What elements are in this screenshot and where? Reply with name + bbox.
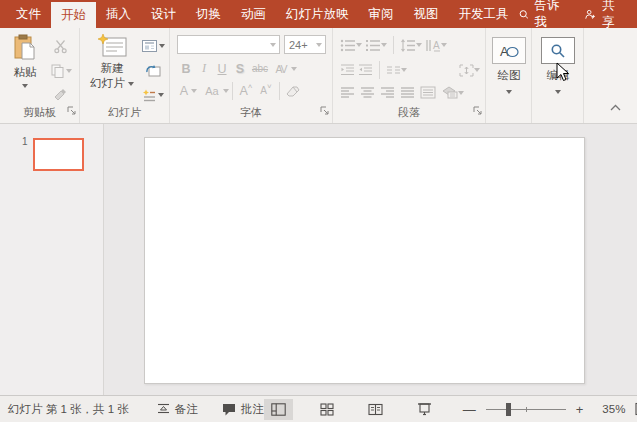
status-bar: 幻灯片 第 1 张，共 1 张 备注 批注 — [0, 395, 637, 422]
new-slide-dropdown-arrow — [128, 82, 134, 86]
tab-transitions[interactable]: 切换 — [186, 0, 231, 28]
layout-dropdown-arrow — [159, 44, 165, 48]
drawing-button[interactable]: A — [492, 37, 526, 64]
font-size-dropdown-arrow — [316, 43, 322, 47]
tab-slideshow[interactable]: 幻灯片放映 — [276, 0, 359, 28]
align-text-button[interactable] — [459, 64, 480, 77]
tell-me-label: 告诉我 — [534, 0, 563, 31]
decrease-indent-button[interactable] — [340, 64, 355, 76]
decrease-font-size-button[interactable]: A˅ — [256, 81, 276, 100]
copy-dropdown-arrow — [66, 69, 72, 73]
align-text-icon — [459, 64, 474, 77]
editing-button[interactable] — [541, 37, 575, 64]
group-font: 24+ B I U S abc AV A Aa A˄ A˅ — [170, 28, 333, 123]
change-case-button[interactable]: Aa — [201, 81, 223, 100]
columns-button[interactable] — [386, 64, 407, 76]
slide-editing-area[interactable] — [144, 137, 585, 384]
editing-canvas — [105, 124, 637, 395]
slide-number: 1 — [22, 136, 28, 147]
layout-icon — [142, 40, 157, 52]
slide-counter[interactable]: 幻灯片 第 1 张，共 1 张 — [8, 402, 129, 417]
normal-view-button[interactable] — [264, 399, 293, 420]
paste-clipboard-icon — [12, 34, 38, 62]
share-button[interactable]: 共享 — [585, 0, 621, 31]
zoom-slider[interactable] — [486, 403, 566, 416]
normal-view-icon — [271, 403, 286, 416]
italic-button[interactable]: I — [195, 59, 213, 78]
comments-toggle-button[interactable]: 批注 — [222, 402, 264, 417]
bold-button[interactable]: B — [177, 59, 195, 78]
zoom-out-button[interactable]: — — [459, 402, 480, 417]
section-button[interactable] — [138, 85, 168, 105]
zoom-in-button[interactable]: + — [572, 402, 588, 417]
font-dialog-launcher[interactable] — [320, 101, 329, 119]
text-direction-button[interactable]: A — [425, 39, 447, 52]
text-shadow-button[interactable]: S — [231, 59, 249, 78]
font-size-value: 24+ — [285, 39, 308, 51]
comments-label: 批注 — [241, 402, 264, 417]
numbering-icon — [365, 39, 381, 52]
share-person-icon — [585, 8, 596, 21]
paragraph-dialog-launcher[interactable] — [473, 101, 482, 119]
align-right-button[interactable] — [380, 87, 395, 99]
slide-thumbnail[interactable] — [33, 138, 84, 171]
tab-animations[interactable]: 动画 — [231, 0, 276, 28]
line-spacing-icon — [400, 39, 416, 52]
reset-slide-button[interactable] — [138, 61, 168, 81]
justify-button[interactable] — [400, 87, 415, 99]
copy-button[interactable] — [46, 61, 76, 81]
layout-button[interactable] — [138, 36, 168, 56]
reading-view-button[interactable] — [361, 399, 390, 420]
notes-icon — [157, 403, 170, 415]
divider — [279, 82, 280, 100]
tab-developer[interactable]: 开发工具 — [449, 0, 519, 28]
numbering-button[interactable] — [365, 39, 387, 52]
format-painter-brush-icon — [53, 88, 67, 102]
tab-view[interactable]: 视图 — [404, 0, 449, 28]
new-slide-button[interactable]: 新建 幻灯片 — [86, 34, 138, 91]
clear-formatting-button[interactable] — [283, 81, 303, 100]
decrease-indent-icon — [340, 64, 355, 76]
font-name-combobox[interactable] — [177, 35, 280, 54]
reset-slide-icon — [146, 64, 161, 78]
clipboard-dialog-launcher[interactable] — [67, 101, 76, 119]
line-spacing-button[interactable] — [400, 39, 422, 52]
align-center-button[interactable] — [360, 87, 375, 99]
change-case-dropdown-arrow — [223, 89, 229, 93]
slideshow-view-button[interactable] — [410, 399, 439, 420]
font-size-combobox[interactable]: 24+ — [284, 35, 326, 54]
font-color-button[interactable]: A — [177, 81, 191, 100]
slide-sorter-view-button[interactable] — [313, 399, 341, 420]
tab-home[interactable]: 开始 — [51, 2, 96, 28]
bullets-button[interactable] — [340, 39, 362, 52]
underline-button[interactable]: U — [213, 59, 231, 78]
tab-file[interactable]: 文件 — [6, 0, 51, 28]
font-name-dropdown-arrow — [270, 43, 276, 47]
search-icon — [519, 8, 529, 21]
cut-button[interactable] — [48, 36, 72, 56]
increase-indent-button[interactable] — [358, 64, 373, 76]
collapse-ribbon-button[interactable] — [610, 97, 621, 115]
distribute-text-button[interactable] — [420, 86, 436, 99]
tab-review[interactable]: 审阅 — [359, 0, 404, 28]
zoom-slider-handle[interactable] — [506, 403, 511, 416]
group-clipboard: 粘贴 剪贴板 — [0, 28, 80, 123]
editing-search-icon — [550, 43, 566, 59]
mouse-cursor — [556, 62, 571, 83]
slide-thumbnails-panel: 1 — [0, 124, 104, 395]
zoom-level[interactable]: 35% — [593, 403, 625, 415]
character-spacing-button[interactable]: AV — [271, 59, 291, 78]
align-left-button[interactable] — [340, 87, 355, 99]
increase-font-size-button[interactable]: A˄ — [236, 81, 256, 100]
share-label: 共享 — [602, 0, 621, 31]
section-icon — [142, 89, 156, 102]
comments-icon — [222, 403, 236, 416]
strikethrough-button[interactable]: abc — [249, 59, 271, 78]
notes-label: 备注 — [175, 402, 198, 417]
paste-button[interactable]: 粘贴 — [5, 34, 45, 88]
tell-me-button[interactable]: 告诉我 — [519, 0, 564, 31]
notes-toggle-button[interactable]: 备注 — [157, 402, 198, 417]
tab-insert[interactable]: 插入 — [96, 0, 141, 28]
tab-design[interactable]: 设计 — [141, 0, 186, 28]
convert-to-smartart-button[interactable] — [441, 86, 464, 99]
